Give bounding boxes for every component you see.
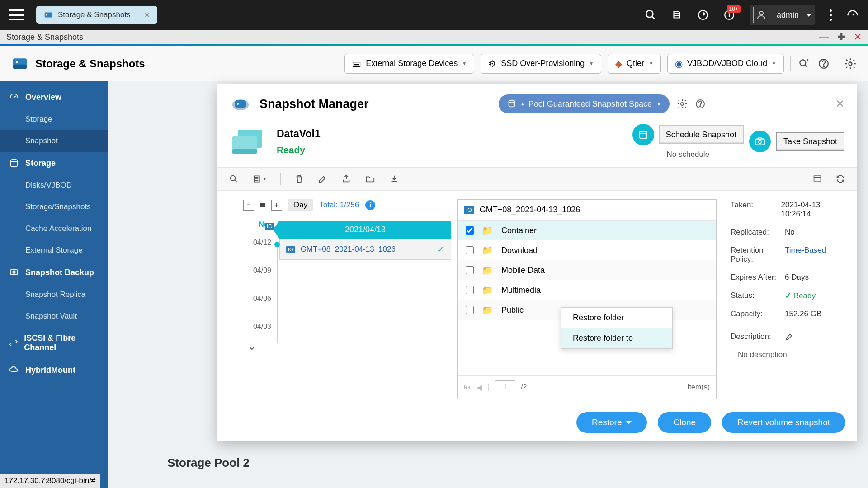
expand-icon[interactable]: + xyxy=(271,200,282,211)
pool-space-pill[interactable]: ● Pool Guaranteed Snapshot Space ▼ xyxy=(499,94,670,113)
qtier-combo[interactable]: ◆Qtier▼ xyxy=(608,54,661,74)
clone-button[interactable]: Clone xyxy=(658,412,711,433)
app-tab[interactable]: Storage & Snapshots ✕ xyxy=(36,6,157,24)
sidebar-storage-header[interactable]: Storage xyxy=(0,152,108,174)
schedule-snapshot-button[interactable]: Schedule Snapshot xyxy=(659,125,744,144)
day-filter[interactable]: Day xyxy=(288,199,313,211)
ib-refresh-icon[interactable] xyxy=(835,174,845,184)
ctx-restore-folder[interactable]: Restore folder xyxy=(561,308,672,328)
chevron-down-icon xyxy=(806,14,811,17)
window-close-button[interactable]: ✕ xyxy=(854,31,862,43)
retention-link[interactable]: Time-Based xyxy=(785,246,826,264)
svg-point-24 xyxy=(509,100,514,103)
ctx-restore-folder-to[interactable]: Restore folder to xyxy=(561,328,672,348)
close-icon[interactable]: ✕ xyxy=(144,11,150,19)
date-header: 2021/04/13 xyxy=(279,221,451,239)
sidebar-hybridmount[interactable]: HybridMount xyxy=(0,359,108,381)
tools-icon[interactable] xyxy=(797,57,811,70)
info-icon[interactable]: i xyxy=(365,200,375,210)
folder-row[interactable]: 📁Multimedia xyxy=(458,280,716,300)
collapse-icon[interactable]: − xyxy=(243,200,254,211)
folder-checkbox[interactable] xyxy=(466,246,474,254)
ib-edit-icon[interactable] xyxy=(318,174,328,184)
svg-point-23 xyxy=(237,103,239,105)
svg-point-25 xyxy=(681,103,684,105)
ib-search-icon[interactable] xyxy=(229,174,239,184)
folder-row[interactable]: 📁Container xyxy=(458,221,716,240)
snapshot-row[interactable]: IO GMT+08_2021-04-13_1026 ✓ xyxy=(279,239,451,260)
sidebar-pools[interactable]: Storage/Snapshots xyxy=(0,196,108,218)
ib-list-icon[interactable]: ▼ xyxy=(252,174,267,184)
ib-export-icon[interactable] xyxy=(341,174,351,184)
volume-state: Ready xyxy=(277,145,321,155)
modal-close-icon[interactable]: ✕ xyxy=(835,98,844,110)
ib-folder-icon[interactable] xyxy=(365,174,376,184)
brand-title: Storage & Snapshots xyxy=(35,57,145,70)
timeline-down-icon[interactable]: ⌄ xyxy=(227,341,277,352)
search-icon[interactable] xyxy=(645,9,656,21)
ib-delete-icon[interactable] xyxy=(294,174,304,184)
restore-context-menu: Restore folder Restore folder to xyxy=(561,307,673,349)
folder-icon: 📁 xyxy=(482,225,493,236)
sidebar-overview[interactable]: Overview xyxy=(0,86,108,108)
svg-point-16 xyxy=(849,62,852,65)
folder-checkbox[interactable] xyxy=(466,266,474,274)
info-icon[interactable]: 10+ xyxy=(723,9,735,21)
window-minimize-button[interactable]: — xyxy=(819,31,829,43)
ib-window-icon[interactable] xyxy=(812,174,823,184)
svg-rect-19 xyxy=(11,270,18,275)
settings-icon[interactable] xyxy=(844,57,857,70)
pager-first-icon[interactable]: ⏮ xyxy=(464,383,471,391)
volume-name: DataVol1 xyxy=(277,128,321,140)
modal-help-icon[interactable] xyxy=(695,99,706,109)
sidebar-snapshot[interactable]: Snapshot xyxy=(0,130,108,152)
clipboard-icon[interactable] xyxy=(671,9,683,21)
vjbod-combo[interactable]: ◉VJBOD/VJBOD Cloud▼ xyxy=(667,54,784,74)
window-title: Storage & Snapshots xyxy=(6,33,83,42)
more-icon[interactable] xyxy=(830,9,832,21)
avatar-icon xyxy=(753,7,769,23)
edit-desc-icon[interactable] xyxy=(785,332,794,341)
external-storage-combo[interactable]: 🖴External Storage Devices▼ xyxy=(344,54,474,74)
svg-point-36 xyxy=(759,141,762,144)
sidebar-backup-header[interactable]: Snapshot Backup xyxy=(0,261,108,284)
pager-page-input[interactable] xyxy=(495,380,515,394)
schedule-note: No schedule xyxy=(667,150,710,159)
modal-title: Snapshot Manager xyxy=(259,97,369,111)
sidebar-iscsi[interactable]: iSCSI & Fibre Channel xyxy=(0,327,108,359)
status-bar-url: 172.17.30.7:8080/cgi-bin/# xyxy=(0,474,100,488)
notification-badge: 10+ xyxy=(727,5,741,13)
dashboard-icon[interactable] xyxy=(846,9,859,21)
sidebar-replica[interactable]: Snapshot Replica xyxy=(0,284,108,305)
modal-settings-icon[interactable] xyxy=(677,99,688,109)
take-snapshot-button[interactable]: Take Snapshot xyxy=(776,132,844,151)
bell-icon[interactable] xyxy=(697,9,709,21)
sidebar-extstorage[interactable]: External Storage xyxy=(0,239,108,261)
ssd-overprov-combo[interactable]: ⚙SSD Over-Provisioning▼ xyxy=(481,54,601,74)
pager-prev-icon[interactable]: ◀ xyxy=(476,383,482,392)
folder-row[interactable]: 📁Mobile Data xyxy=(458,260,716,280)
folder-checkbox[interactable] xyxy=(466,226,474,235)
ib-download-icon[interactable] xyxy=(389,174,399,184)
help-icon[interactable] xyxy=(817,57,830,70)
folder-checkbox[interactable] xyxy=(466,286,474,294)
folder-checkbox[interactable] xyxy=(466,306,474,314)
sidebar-vault[interactable]: Snapshot Vault xyxy=(0,305,108,327)
folder-row[interactable]: 📁Download xyxy=(458,240,716,260)
brand-icon xyxy=(11,55,29,73)
os-menu-button[interactable] xyxy=(9,6,27,24)
sidebar-cache[interactable]: Cache Acceleration xyxy=(0,218,108,239)
svg-line-3 xyxy=(652,16,654,19)
sidebar-storage-sub[interactable]: Storage xyxy=(0,108,108,130)
take-snapshot-icon[interactable] xyxy=(749,131,771,152)
schedule-icon[interactable] xyxy=(632,124,654,145)
svg-point-2 xyxy=(646,10,653,17)
restore-button[interactable]: Restore xyxy=(576,412,647,433)
user-menu[interactable]: admin xyxy=(750,5,815,25)
sidebar-disks[interactable]: Disks/VJBOD xyxy=(0,174,108,196)
revert-button[interactable]: Revert volume snapshot xyxy=(722,412,845,433)
window-maximize-button[interactable]: ✚ xyxy=(837,31,845,43)
volume-icon xyxy=(230,127,266,156)
svg-line-9 xyxy=(853,14,854,16)
svg-line-17 xyxy=(14,96,16,98)
